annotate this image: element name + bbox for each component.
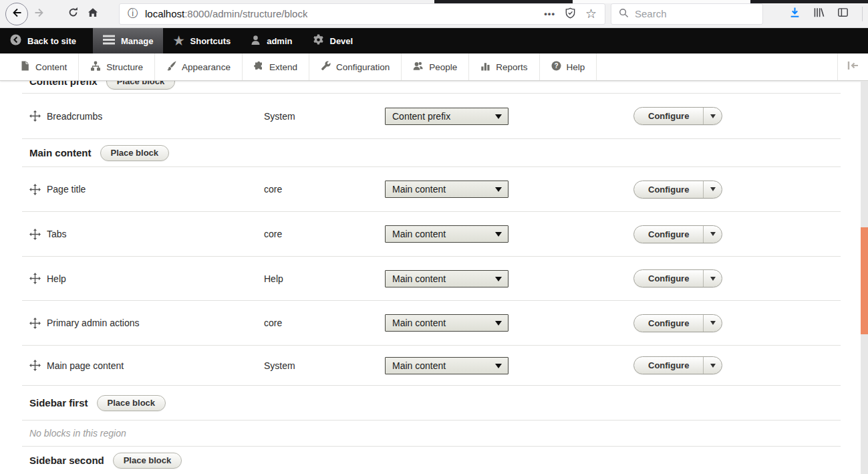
block-row-primary-admin-actions: Primary admin actions core Main content … (22, 301, 841, 346)
page-actions-icon[interactable]: ••• (544, 9, 555, 19)
configure-button[interactable]: Configure (634, 108, 704, 124)
configure-button[interactable]: Configure (634, 315, 704, 332)
downloads-button[interactable] (784, 4, 805, 24)
region-title: Sidebar second (29, 455, 104, 466)
region-header-content-prefix: Content prefix Place block (22, 81, 841, 94)
tab-label: Configuration (336, 62, 390, 72)
active-tab-sliver (573, 0, 750, 3)
url-bar[interactable]: ⓘ localhost:8000/admin/structure/block •… (119, 3, 605, 25)
back-button[interactable] (5, 3, 28, 25)
chevron-down-icon (495, 187, 502, 192)
place-block-button[interactable]: Place block (113, 453, 182, 469)
user-icon (251, 35, 261, 47)
page-scrollbar-track[interactable] (861, 81, 868, 474)
shortcuts-menu-item[interactable]: ★ Shortcuts (163, 28, 241, 53)
configure-split-button[interactable]: Configure (633, 107, 722, 125)
drupal-admin-bar: Back to site Manage ★ Shortcuts admin De… (0, 28, 868, 53)
forward-button[interactable] (29, 4, 49, 24)
configure-split-button[interactable]: Configure (633, 356, 722, 374)
block-label: Help (47, 273, 66, 284)
tab-label: Extend (269, 62, 297, 72)
region-header-main-content: Main content Place block (22, 139, 841, 167)
block-label: Page title (47, 184, 86, 195)
url-host: localhost (145, 8, 184, 19)
block-category: Help (264, 273, 385, 284)
devel-menu-item[interactable]: Devel (303, 28, 364, 53)
configure-button[interactable]: Configure (634, 181, 704, 198)
region-select-value: Main content (392, 184, 446, 195)
drag-handle-icon[interactable] (29, 318, 41, 329)
help-icon: ? (551, 61, 561, 73)
tab-help[interactable]: ? Help (540, 53, 597, 80)
configure-dropdown-toggle[interactable] (704, 315, 722, 332)
block-label: Breadcrumbs (47, 111, 102, 122)
configure-dropdown-toggle[interactable] (704, 270, 722, 287)
reload-icon (67, 7, 79, 21)
svg-text:?: ? (554, 62, 558, 70)
back-to-site-label: Back to site (27, 36, 76, 46)
configure-dropdown-toggle[interactable] (704, 357, 722, 374)
configure-button[interactable]: Configure (634, 270, 704, 287)
shortcuts-label: Shortcuts (190, 36, 231, 46)
tab-people[interactable]: People (402, 53, 469, 80)
configure-split-button[interactable]: Configure (633, 314, 722, 332)
configure-dropdown-toggle[interactable] (704, 108, 722, 124)
place-block-button[interactable]: Place block (100, 145, 170, 161)
chevron-down-icon (495, 321, 502, 326)
region-select[interactable]: Main content (385, 357, 509, 374)
region-select[interactable]: Main content (385, 225, 509, 243)
drag-handle-icon[interactable] (29, 360, 41, 371)
empty-region-message: No blocks in this region (22, 421, 841, 447)
configure-button[interactable]: Configure (634, 357, 704, 374)
shortcuts-star-icon: ★ (173, 35, 184, 47)
sidebars-button[interactable] (833, 4, 853, 24)
configure-split-button[interactable]: Configure (633, 225, 722, 243)
configure-split-button[interactable]: Configure (633, 269, 722, 287)
region-select-value: Main content (392, 318, 446, 328)
block-category: core (264, 184, 385, 195)
configure-dropdown-toggle[interactable] (704, 226, 722, 243)
place-block-button[interactable]: Place block (97, 395, 166, 411)
chevron-down-icon (710, 321, 716, 325)
tracking-protection-shield-icon[interactable] (565, 7, 576, 21)
drag-handle-icon[interactable] (29, 110, 41, 122)
region-select[interactable]: Main content (385, 270, 509, 287)
region-select[interactable]: Content prefix (385, 108, 509, 125)
home-button[interactable] (83, 4, 103, 24)
configure-split-button[interactable]: Configure (633, 181, 722, 199)
user-menu-item[interactable]: admin (241, 28, 302, 53)
reload-button[interactable] (63, 4, 83, 24)
site-info-icon[interactable]: ⓘ (128, 7, 138, 21)
place-block-button[interactable]: Place block (106, 81, 176, 90)
bookmark-star-icon[interactable]: ☆ (585, 7, 597, 20)
back-to-site-link[interactable]: Back to site (0, 28, 86, 53)
page-scrollbar-thumb[interactable] (861, 227, 868, 334)
block-category: System (264, 360, 385, 371)
tab-reports[interactable]: Reports (469, 53, 539, 80)
tab-extend[interactable]: Extend (243, 53, 309, 80)
puzzle-icon (254, 61, 264, 73)
configure-button[interactable]: Configure (634, 226, 704, 243)
region-select[interactable]: Main content (385, 314, 509, 332)
tab-appearance[interactable]: Appearance (155, 53, 243, 80)
region-header-sidebar-first: Sidebar first Place block (22, 386, 841, 421)
library-button[interactable] (809, 4, 829, 24)
manage-menu-item[interactable]: Manage (93, 28, 163, 53)
toolbar-collapse-button[interactable] (837, 53, 868, 80)
tab-label: Appearance (182, 62, 231, 72)
configure-dropdown-toggle[interactable] (704, 181, 722, 198)
back-to-site-icon (10, 34, 21, 47)
chevron-down-icon (710, 114, 716, 118)
tab-structure[interactable]: Structure (79, 53, 155, 80)
drag-handle-icon[interactable] (29, 273, 41, 284)
chevron-down-icon (710, 232, 716, 236)
tab-label: Content (35, 62, 67, 72)
region-header-sidebar-second: Sidebar second Place block (22, 447, 841, 474)
tab-content[interactable]: Content (0, 53, 79, 80)
search-input[interactable]: Search (611, 3, 763, 25)
drag-handle-icon[interactable] (29, 184, 41, 195)
drag-handle-icon[interactable] (29, 229, 41, 240)
tab-label: Structure (106, 62, 143, 72)
region-select[interactable]: Main content (385, 181, 509, 198)
tab-configuration[interactable]: Configuration (309, 53, 402, 80)
